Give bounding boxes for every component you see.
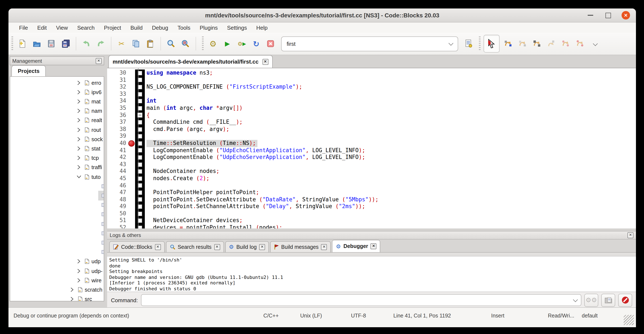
code-line-44[interactable]: 44 NodeContainer nodes; [107,168,636,175]
line-number[interactable]: 47 [107,189,128,196]
code-line-50[interactable]: 50 [107,210,636,217]
breakpoint-margin[interactable] [128,196,135,203]
breakpoint-margin[interactable] [128,105,135,112]
cut-button[interactable]: ✂ [115,37,128,50]
menu-tools[interactable]: Tools [173,24,195,31]
fold-margin[interactable] [135,203,145,210]
fold-margin[interactable] [135,84,145,91]
tree-item-se[interactable]: se [10,228,104,238]
debug-info-button[interactable] [601,293,615,307]
code-line-34[interactable]: 34int [107,98,636,105]
line-number[interactable]: 36 [107,112,128,119]
toolbar-grip[interactable] [12,37,13,51]
tree-expander[interactable] [76,137,81,142]
tree-expander[interactable] [76,109,81,113]
tree-expander[interactable] [76,99,81,104]
tree-expander[interactable] [76,175,81,178]
code-line-52[interactable]: 52 devices = pointToPoint.Install (nodes… [107,224,636,228]
code-line-30[interactable]: 30using namespace ns3; [107,70,636,77]
rebuild-button[interactable]: ↻ [250,37,262,50]
breakpoint-margin[interactable] [128,224,135,228]
line-number[interactable]: 49 [107,203,128,210]
fold-margin[interactable] [135,98,145,105]
build-button[interactable]: ⚙ [206,37,219,50]
tree-expander[interactable] [76,156,81,160]
fold-margin[interactable] [135,70,145,77]
tree-expander[interactable] [76,268,81,273]
title-bar[interactable]: mnt/dev/tools/source/ns-3-dev/examples/t… [8,9,636,23]
breakpoint-margin[interactable] [128,175,135,182]
tree-expander[interactable] [76,118,81,123]
line-number[interactable]: 41 [107,147,128,154]
tree-expander[interactable] [76,165,81,170]
tree-expander[interactable] [70,297,74,301]
tree-item-stat[interactable]: stat [10,144,104,153]
logs-tab-close-button[interactable]: ✕ [321,244,327,250]
maximize-button[interactable] [604,11,612,20]
tree-item-mat[interactable]: mat [10,97,104,106]
line-number[interactable]: 46 [107,182,128,189]
code-line-37[interactable]: 37 CommandLine cmd (__FILE__); [107,119,636,126]
menu-help[interactable]: Help [252,24,272,31]
management-close-button[interactable]: ✕ [96,58,102,64]
tab-projects[interactable]: Projects [12,65,46,76]
next-instruction-button[interactable] [559,37,572,50]
fold-margin[interactable] [135,126,145,133]
breakpoint-margin[interactable] [128,126,135,133]
code-line-48[interactable]: 48 pointToPoint.SetDeviceAttribute ("Dat… [107,196,636,203]
logs-tab-close-button[interactable]: ✕ [371,243,376,249]
logs-tab-build-log[interactable]: ⚙Build log✕ [225,241,269,252]
new-file-button[interactable] [16,37,29,50]
abort-button[interactable] [264,37,277,50]
tree-item-rout[interactable]: rout [10,125,104,134]
line-number[interactable]: 51 [107,217,128,224]
line-number[interactable]: 52 [107,224,128,228]
vertical-splitter[interactable] [104,55,107,307]
copy-button[interactable] [130,37,142,50]
breakpoint-margin[interactable] [128,84,135,91]
menu-debug[interactable]: Debug [147,24,173,31]
breakpoint-margin[interactable] [128,161,135,168]
fold-margin[interactable] [135,189,145,196]
code-line-40[interactable]: 40 Time::SetResolution (Time::NS); [107,140,636,147]
menu-edit[interactable]: Edit [32,24,52,31]
run-button[interactable]: ▶ [221,37,234,50]
fold-margin[interactable] [135,168,145,175]
save-all-button[interactable] [59,37,72,50]
tree-item-se[interactable]: se [10,219,104,228]
fold-margin[interactable] [135,161,145,168]
replace-button[interactable]: R [179,37,192,50]
breakpoint-margin[interactable] [128,189,135,196]
breakpoint-margin[interactable] [128,203,135,210]
tree-expander[interactable] [76,127,81,132]
close-button[interactable]: ✕ [622,11,630,20]
step-into-button[interactable] [530,37,543,50]
breakpoint-marker[interactable] [128,140,135,147]
breakpoint-margin[interactable] [128,182,135,189]
step-into-instruction-button[interactable] [573,37,586,50]
redo-button[interactable] [94,37,107,50]
breakpoint-margin[interactable] [128,112,135,119]
tree-item-sock[interactable]: sock [10,134,104,144]
breakpoint-margin[interactable] [128,168,135,175]
minimize-button[interactable] [586,11,594,20]
save-button[interactable] [45,37,58,50]
code-line-39[interactable]: 39 [107,133,636,140]
editor-tab-close-button[interactable]: ✕ [262,59,268,65]
fold-margin[interactable] [135,210,145,217]
projects-tree[interactable]: erroipv6matnamrealtroutsockstattcptraffi… [10,77,104,301]
breakpoint-margin[interactable] [128,98,135,105]
tree-item-wire[interactable]: wire [10,275,104,285]
line-number[interactable]: 43 [107,161,128,168]
line-number[interactable]: 40 [107,140,128,147]
toolbar-grip[interactable] [202,37,204,51]
tree-item-ipv6[interactable]: ipv6 [10,87,104,97]
fold-margin[interactable] [135,91,145,98]
line-number[interactable]: 38 [107,126,128,133]
fold-margin[interactable] [135,175,145,182]
debug-continue-button[interactable] [484,35,500,53]
tree-expander[interactable] [76,259,81,264]
line-number[interactable]: 37 [107,119,128,126]
fold-margin[interactable] [135,105,145,112]
logs-tab-close-button[interactable]: ✕ [155,244,161,250]
